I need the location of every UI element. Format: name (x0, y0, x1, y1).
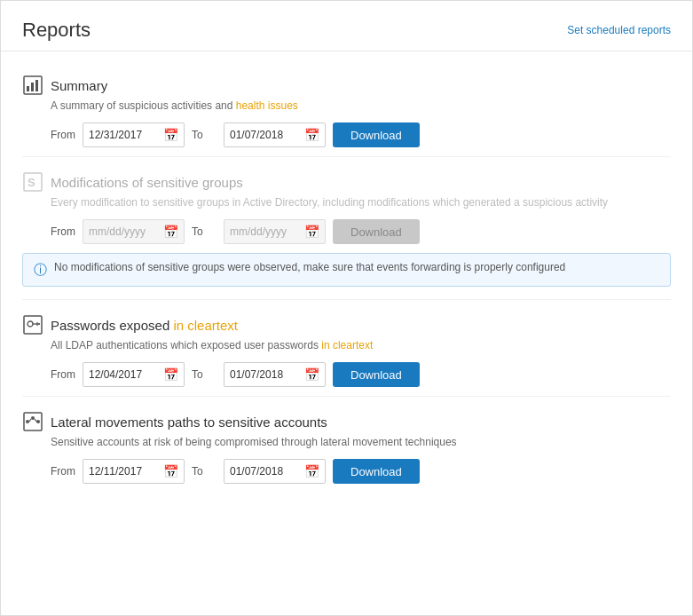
page-container: Reports Set scheduled reports Summary A … (0, 0, 693, 616)
lateral-to-wrapper: 📅 (224, 459, 326, 484)
summary-from-wrapper: 📅 (83, 122, 185, 147)
summary-download-button[interactable]: Download (333, 122, 420, 147)
sensitive-from-wrapper: 📅 (83, 219, 185, 244)
passwords-from-input[interactable] (89, 368, 160, 381)
svg-point-13 (31, 416, 35, 420)
svg-line-15 (29, 419, 31, 422)
sensitive-to-wrapper: 📅 (224, 219, 326, 244)
passwords-date-row: From 📅 To 📅 Download (51, 362, 671, 387)
report-section-summary: Summary A summary of suspicious activiti… (22, 60, 671, 157)
svg-rect-2 (31, 83, 34, 91)
summary-to-wrapper: 📅 (224, 122, 326, 147)
svg-point-7 (28, 321, 33, 327)
summary-from-calendar-icon[interactable]: 📅 (163, 128, 178, 142)
report-header-lateral: Lateral movements paths to sensitive acc… (22, 411, 671, 432)
lateral-desc: Sensitive accounts at risk of being comp… (51, 436, 671, 448)
summary-from-label: From (51, 129, 75, 141)
svg-rect-1 (27, 86, 29, 91)
passwords-to-wrapper: 📅 (224, 362, 326, 387)
summary-desc: A summary of suspicious activities and h… (51, 99, 671, 112)
summary-title: Summary (51, 78, 107, 93)
passwords-from-calendar-icon[interactable]: 📅 (163, 367, 178, 382)
report-section-passwords: Passwords exposed in cleartext All LDAP … (22, 300, 671, 397)
sensitive-to-calendar-icon: 📅 (304, 225, 319, 239)
lateral-icon (22, 411, 43, 432)
passwords-to-calendar-icon[interactable]: 📅 (304, 367, 319, 382)
svg-point-12 (26, 420, 29, 423)
passwords-desc: All LDAP authentications which exposed u… (51, 339, 671, 351)
sensitive-groups-desc: Every modification to sensitive groups i… (51, 196, 671, 209)
summary-to-input[interactable] (230, 129, 301, 141)
sensitive-info-text: No modifications of sensitive groups wer… (54, 261, 565, 273)
lateral-title: Lateral movements paths to sensitive acc… (51, 415, 327, 430)
lateral-from-calendar-icon[interactable]: 📅 (163, 464, 178, 478)
report-section-lateral: Lateral movements paths to sensitive acc… (22, 397, 671, 493)
sensitive-from-calendar-icon: 📅 (163, 225, 178, 239)
sensitive-groups-date-row: From 📅 To 📅 Download (51, 219, 671, 244)
lateral-to-input[interactable] (230, 465, 301, 478)
scheduled-reports-link[interactable]: Set scheduled reports (567, 19, 671, 36)
report-header-sensitive: S Modifications of sensitive groups (22, 171, 671, 193)
summary-to-label: To (192, 129, 217, 141)
passwords-to-input[interactable] (230, 368, 301, 381)
report-section-sensitive-groups: S Modifications of sensitive groups Ever… (22, 157, 671, 300)
svg-rect-3 (35, 80, 38, 91)
sensitive-groups-icon: S (22, 171, 43, 193)
summary-from-input[interactable] (89, 129, 160, 141)
lateral-download-button[interactable]: Download (333, 459, 420, 484)
summary-date-row: From 📅 To 📅 Download (51, 122, 671, 147)
sensitive-groups-title: Modifications of sensitive groups (51, 175, 243, 190)
sensitive-from-label: From (51, 225, 75, 238)
passwords-icon (22, 314, 43, 336)
report-header-passwords: Passwords exposed in cleartext (22, 314, 671, 336)
passwords-to-label: To (192, 368, 217, 381)
svg-point-14 (36, 420, 40, 423)
passwords-download-button[interactable]: Download (333, 362, 420, 387)
lateral-from-input[interactable] (89, 465, 160, 478)
reports-body: Summary A summary of suspicious activiti… (1, 51, 692, 510)
passwords-title: Passwords exposed in cleartext (51, 318, 238, 333)
info-icon: ⓘ (34, 262, 47, 279)
sensitive-from-input[interactable] (89, 225, 160, 238)
lateral-to-label: To (192, 465, 217, 478)
sensitive-to-input[interactable] (230, 225, 301, 238)
lateral-from-label: From (51, 465, 75, 478)
sensitive-info-banner: ⓘ No modifications of sensitive groups w… (22, 253, 671, 287)
svg-line-16 (35, 419, 36, 422)
summary-to-calendar-icon[interactable]: 📅 (304, 128, 319, 142)
passwords-from-wrapper: 📅 (83, 362, 185, 387)
sensitive-to-label: To (192, 225, 217, 238)
page-title: Reports (22, 19, 91, 42)
lateral-from-wrapper: 📅 (83, 459, 185, 484)
lateral-date-row: From 📅 To 📅 Download (51, 459, 671, 484)
report-header-summary: Summary (22, 75, 671, 96)
svg-text:S: S (28, 176, 35, 189)
page-header: Reports Set scheduled reports (1, 1, 692, 51)
passwords-from-label: From (51, 368, 75, 381)
lateral-to-calendar-icon[interactable]: 📅 (304, 464, 319, 478)
sensitive-download-button: Download (333, 219, 420, 244)
summary-icon (22, 75, 43, 96)
